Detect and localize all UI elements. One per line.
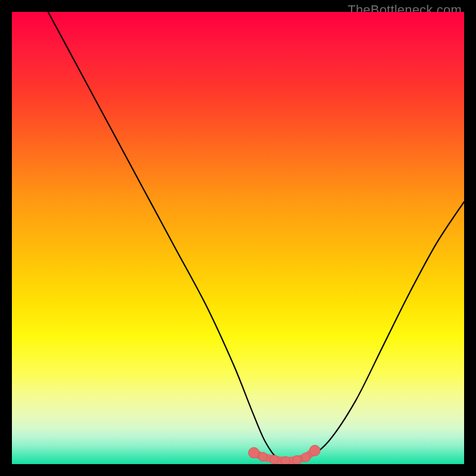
optimal-zone-marker [249,447,259,458]
chart-frame: TheBottleneck.com [0,0,476,476]
plot-area [12,12,464,464]
optimal-zone-markers [249,445,321,464]
optimal-zone-marker [302,453,311,462]
optimal-zone-marker [258,452,267,461]
optimal-zone-marker [270,455,278,464]
curve-svg [12,12,464,464]
bottleneck-curve [48,12,464,462]
optimal-zone-marker [309,445,320,456]
optimal-zone-marker [281,456,290,464]
optimal-zone-marker [292,456,301,464]
